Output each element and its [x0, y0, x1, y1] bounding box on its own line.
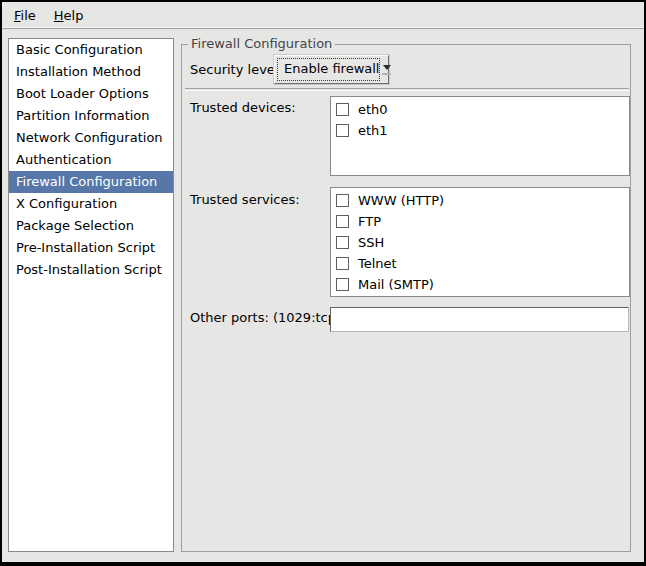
trusted-device-eth0-checkbox[interactable] [336, 103, 349, 116]
trusted-device-eth0-label: eth0 [358, 102, 388, 117]
sidebar-item-boot-loader-options[interactable]: Boot Loader Options [9, 83, 173, 105]
sidebar-item-firewall-configuration[interactable]: Firewall Configuration [9, 171, 173, 193]
sidebar-item-pre-installation-script[interactable]: Pre-Installation Script [9, 237, 173, 259]
menu-help-label: elp [64, 8, 84, 23]
section-list: Basic Configuration Installation Method … [8, 38, 174, 552]
sidebar-item-authentication[interactable]: Authentication [9, 149, 173, 171]
menu-file[interactable]: File [5, 4, 45, 27]
other-ports-input[interactable] [330, 307, 629, 332]
menu-help-mnemonic: H [54, 8, 64, 23]
trusted-devices-label: Trusted devices: [190, 100, 296, 115]
separator [185, 88, 629, 90]
sidebar-item-package-selection[interactable]: Package Selection [9, 215, 173, 237]
trusted-service-www-label: WWW (HTTP) [358, 193, 444, 208]
trusted-service-ssh-checkbox[interactable] [336, 236, 349, 249]
other-ports-label: Other ports: (1029:tcp) [190, 310, 341, 325]
trusted-service-ftp-checkbox[interactable] [336, 215, 349, 228]
trusted-device-eth1-checkbox[interactable] [336, 124, 349, 137]
trusted-services-list: WWW (HTTP) FTP SSH Telnet Mail (SMTP) [330, 187, 630, 297]
trusted-device-row-eth1[interactable]: eth1 [331, 120, 629, 141]
sidebar-item-post-installation-script[interactable]: Post-Installation Script [9, 259, 173, 281]
sidebar-item-basic-configuration[interactable]: Basic Configuration [9, 39, 173, 61]
security-level-label: Security level: [190, 62, 283, 77]
menu-file-label: ile [21, 8, 36, 23]
trusted-service-row-ssh[interactable]: SSH [331, 232, 629, 253]
trusted-device-eth1-label: eth1 [358, 123, 388, 138]
sidebar-item-network-configuration[interactable]: Network Configuration [9, 127, 173, 149]
trusted-service-row-telnet[interactable]: Telnet [331, 253, 629, 274]
menubar: File Help [2, 2, 644, 29]
trusted-service-www-checkbox[interactable] [336, 194, 349, 207]
sidebar-item-partition-information[interactable]: Partition Information [9, 105, 173, 127]
combobox-arrow-icon [382, 56, 391, 83]
sidebar-item-x-configuration[interactable]: X Configuration [9, 193, 173, 215]
trusted-service-row-mail[interactable]: Mail (SMTP) [331, 274, 629, 295]
menu-help[interactable]: Help [45, 4, 93, 27]
security-level-combobox[interactable]: Enable firewall [274, 55, 389, 84]
trusted-services-label: Trusted services: [190, 192, 300, 207]
trusted-service-ssh-label: SSH [358, 235, 384, 250]
trusted-service-mail-checkbox[interactable] [336, 278, 349, 291]
trusted-service-row-www[interactable]: WWW (HTTP) [331, 190, 629, 211]
kickstart-configurator-window: File Help Basic Configuration Installati… [0, 0, 646, 566]
firewall-configuration-panel: Firewall Configuration Security level: E… [181, 44, 631, 552]
trusted-service-ftp-label: FTP [358, 214, 381, 229]
panel-title: Firewall Configuration [188, 36, 335, 51]
sidebar-item-installation-method[interactable]: Installation Method [9, 61, 173, 83]
security-level-value: Enable firewall [277, 58, 380, 81]
trusted-devices-list: eth0 eth1 [330, 96, 630, 176]
trusted-service-telnet-label: Telnet [358, 256, 397, 271]
trusted-device-row-eth0[interactable]: eth0 [331, 99, 629, 120]
trusted-service-mail-label: Mail (SMTP) [358, 277, 434, 292]
trusted-service-telnet-checkbox[interactable] [336, 257, 349, 270]
trusted-service-row-ftp[interactable]: FTP [331, 211, 629, 232]
